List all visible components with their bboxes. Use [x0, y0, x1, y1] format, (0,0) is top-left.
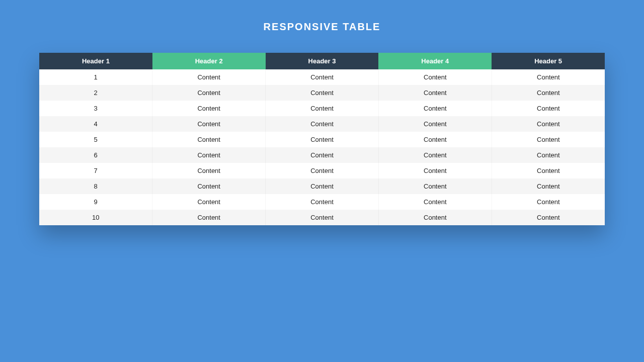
cell: Content [152, 85, 266, 101]
cell: Content [492, 132, 605, 147]
cell: 9 [39, 194, 152, 210]
data-table: Header 1 Header 2 Header 3 Header 4 Head… [39, 53, 605, 225]
cell: Content [378, 69, 492, 85]
cell: Content [266, 163, 379, 178]
cell: Content [266, 132, 379, 147]
col-header-2: Header 2 [152, 53, 266, 69]
cell: Content [266, 101, 379, 116]
cell: Content [378, 147, 492, 163]
table-row: 1 Content Content Content Content [39, 69, 605, 85]
table-row: 3 Content Content Content Content [39, 101, 605, 116]
cell: Content [152, 163, 266, 178]
cell: Content [378, 210, 492, 225]
table-row: 9 Content Content Content Content [39, 194, 605, 210]
cell: Content [492, 194, 605, 210]
table-row: 8 Content Content Content Content [39, 178, 605, 194]
cell: Content [152, 178, 266, 194]
cell: 7 [39, 163, 152, 178]
table-row: 10 Content Content Content Content [39, 210, 605, 225]
cell: Content [152, 101, 266, 116]
cell: Content [152, 147, 266, 163]
cell: Content [152, 132, 266, 147]
cell: 4 [39, 116, 152, 132]
cell: Content [152, 116, 266, 132]
table-container: Header 1 Header 2 Header 3 Header 4 Head… [39, 53, 605, 225]
cell: Content [152, 69, 266, 85]
table-body: 1 Content Content Content Content 2 Cont… [39, 69, 605, 225]
cell: 8 [39, 178, 152, 194]
table-row: 2 Content Content Content Content [39, 85, 605, 101]
cell: Content [266, 147, 379, 163]
col-header-5: Header 5 [492, 53, 605, 69]
cell: 10 [39, 210, 152, 225]
cell: Content [492, 101, 605, 116]
cell: Content [378, 85, 492, 101]
cell: Content [492, 163, 605, 178]
table-row: 5 Content Content Content Content [39, 132, 605, 147]
col-header-3: Header 3 [266, 53, 379, 69]
cell: Content [266, 69, 379, 85]
cell: 1 [39, 69, 152, 85]
cell: Content [378, 194, 492, 210]
col-header-4: Header 4 [378, 53, 492, 69]
table-head: Header 1 Header 2 Header 3 Header 4 Head… [39, 53, 605, 69]
cell: 5 [39, 132, 152, 147]
cell: Content [266, 85, 379, 101]
cell: Content [378, 132, 492, 147]
cell: Content [152, 210, 266, 225]
table-row: 7 Content Content Content Content [39, 163, 605, 178]
cell: Content [492, 178, 605, 194]
cell: 2 [39, 85, 152, 101]
table-row: 4 Content Content Content Content [39, 116, 605, 132]
cell: Content [378, 116, 492, 132]
cell: Content [266, 116, 379, 132]
header-row: Header 1 Header 2 Header 3 Header 4 Head… [39, 53, 605, 69]
cell: Content [266, 210, 379, 225]
cell: 6 [39, 147, 152, 163]
cell: Content [492, 69, 605, 85]
cell: Content [378, 163, 492, 178]
cell: Content [266, 194, 379, 210]
cell: Content [378, 101, 492, 116]
table-row: 6 Content Content Content Content [39, 147, 605, 163]
cell: Content [492, 85, 605, 101]
col-header-1: Header 1 [39, 53, 152, 69]
cell: Content [266, 178, 379, 194]
cell: Content [152, 194, 266, 210]
cell: Content [492, 147, 605, 163]
cell: Content [378, 178, 492, 194]
cell: Content [492, 210, 605, 225]
cell: Content [492, 116, 605, 132]
page-title: RESPONSIVE TABLE [0, 0, 644, 53]
cell: 3 [39, 101, 152, 116]
